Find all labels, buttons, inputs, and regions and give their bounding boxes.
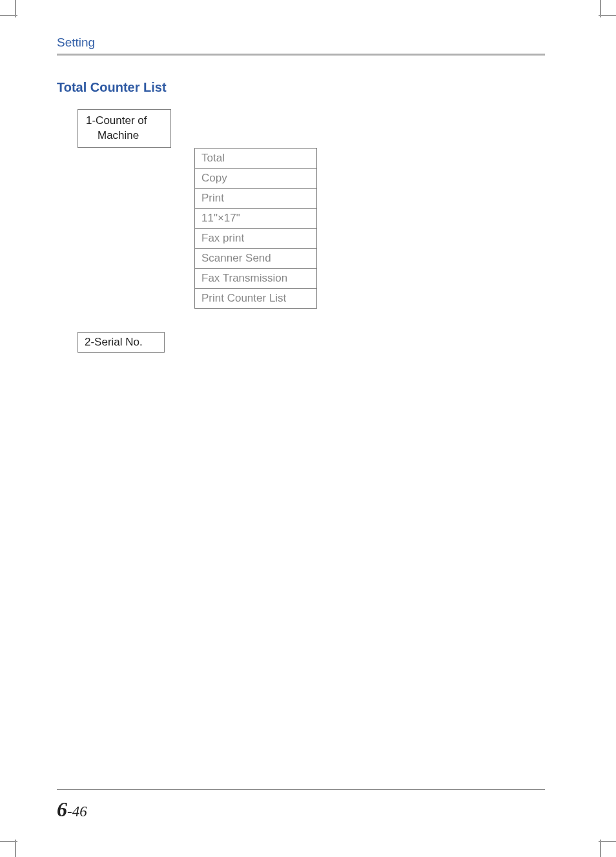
crop-mark	[15, 840, 16, 857]
counter-of-machine-box: 1-Counter of Machine	[77, 109, 171, 148]
box-line-1: 1-Counter of	[86, 114, 165, 129]
footer-chapter-number: 6	[57, 798, 67, 821]
list-item: Total	[194, 148, 317, 169]
list-item: Fax print	[194, 228, 317, 249]
crop-mark	[599, 15, 616, 16]
list-item: Fax Transmission	[194, 268, 317, 289]
section-heading: Total Counter List	[57, 80, 545, 95]
list-item: Copy	[194, 168, 317, 189]
crop-mark	[0, 841, 17, 842]
page-content: Setting Total Counter List 1-Counter of …	[57, 36, 545, 821]
list-item: 11"×17"	[194, 208, 317, 229]
box-line-2: Machine	[86, 129, 165, 143]
serial-no-box: 2-Serial No.	[77, 332, 165, 353]
crop-mark	[0, 15, 17, 16]
header-title: Setting	[57, 36, 545, 50]
page-header: Setting	[57, 36, 545, 56]
list-item: Scanner Send	[194, 248, 317, 269]
crop-mark	[600, 840, 601, 857]
crop-mark	[599, 841, 616, 842]
list-item: Print	[194, 188, 317, 209]
footer-dash: -	[67, 803, 72, 820]
counter-sublist: Total Copy Print 11"×17" Fax print Scann…	[194, 148, 545, 309]
page-footer: 6-46	[57, 789, 545, 821]
footer-page-number: 46	[72, 803, 87, 820]
list-item: Print Counter List	[194, 288, 317, 309]
sublist-wrap: Total Copy Print 11"×17" Fax print Scann…	[171, 148, 545, 309]
tree-diagram: 1-Counter of Machine Total Copy Print 11…	[77, 109, 545, 309]
tree-top-row: 1-Counter of Machine	[77, 109, 545, 148]
